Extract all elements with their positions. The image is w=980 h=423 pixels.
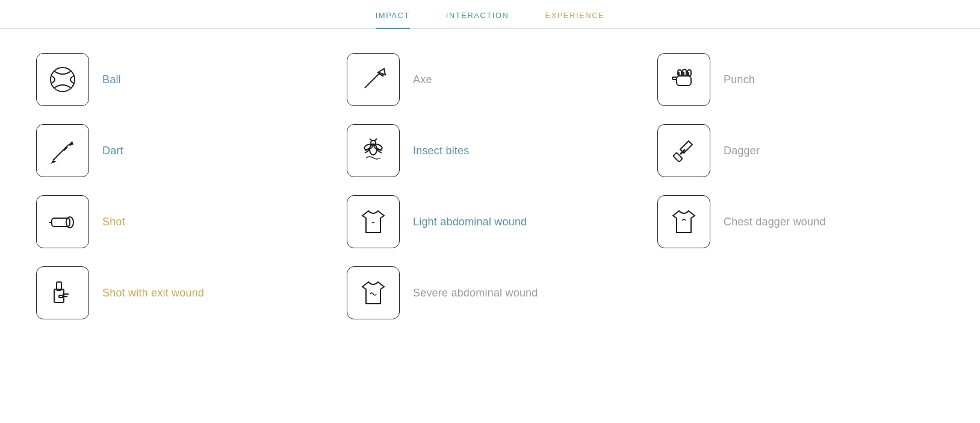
svg-marker-2: [69, 141, 73, 146]
insect-icon: [347, 124, 400, 177]
svg-line-15: [370, 139, 372, 141]
axe-icon: [347, 53, 400, 106]
ball-icon: [36, 53, 89, 106]
svg-rect-9: [59, 295, 63, 298]
svg-line-16: [374, 139, 377, 141]
item-label: Ball: [102, 74, 121, 86]
item-label: Dagger: [724, 145, 760, 157]
shot-icon: [36, 195, 89, 248]
list-item[interactable]: Dagger: [645, 118, 956, 183]
item-label: Light abdominal wound: [413, 216, 527, 228]
item-label: Insect bites: [413, 145, 469, 157]
list-item[interactable]: Ball: [24, 47, 335, 112]
shirt-chest-icon: [657, 195, 710, 248]
item-label: Axe: [413, 74, 432, 86]
column-1: Ball Dart: [24, 47, 335, 325]
item-label: Shot with exit wound: [102, 287, 204, 299]
list-item[interactable]: Punch: [645, 47, 956, 112]
items-grid: Ball Dart: [24, 47, 956, 325]
svg-point-18: [373, 143, 383, 151]
svg-line-1: [53, 145, 69, 160]
tab-impact[interactable]: IMPACT: [376, 11, 410, 28]
item-label: Chest dagger wound: [724, 216, 826, 228]
shirt-severe-icon: [347, 266, 400, 319]
list-item[interactable]: Chest dagger wound: [645, 189, 956, 254]
list-item[interactable]: Severe abdominal wound: [335, 260, 645, 325]
list-item[interactable]: Insect bites: [335, 118, 645, 183]
column-3: Punch Dagger: [645, 47, 956, 325]
svg-point-17: [364, 143, 373, 151]
column-2: Axe: [335, 47, 645, 325]
item-label: Shot: [102, 216, 125, 228]
list-item[interactable]: Axe: [335, 47, 645, 112]
list-item[interactable]: Shot: [24, 189, 335, 254]
dagger-icon: [657, 124, 710, 177]
list-item[interactable]: Shot with exit wound: [24, 260, 335, 325]
punch-icon: [657, 53, 710, 106]
item-label: Dart: [102, 145, 123, 157]
svg-line-12: [365, 74, 379, 88]
list-item[interactable]: Dart: [24, 118, 335, 183]
shot-exit-icon: [36, 266, 89, 319]
svg-rect-23: [677, 76, 691, 86]
tab-interaction[interactable]: INTERACTION: [446, 11, 509, 28]
content-area: Ball Dart: [0, 29, 980, 343]
nav-tabs: IMPACT INTERACTION EXPERIENCE: [0, 0, 980, 29]
item-label: Severe abdominal wound: [413, 287, 538, 299]
dart-icon: [36, 124, 89, 177]
shirt-light-icon: [347, 195, 400, 248]
tab-experience[interactable]: EXPERIENCE: [545, 11, 604, 28]
list-item[interactable]: Light abdominal wound: [335, 189, 645, 254]
item-label: Punch: [724, 74, 755, 86]
